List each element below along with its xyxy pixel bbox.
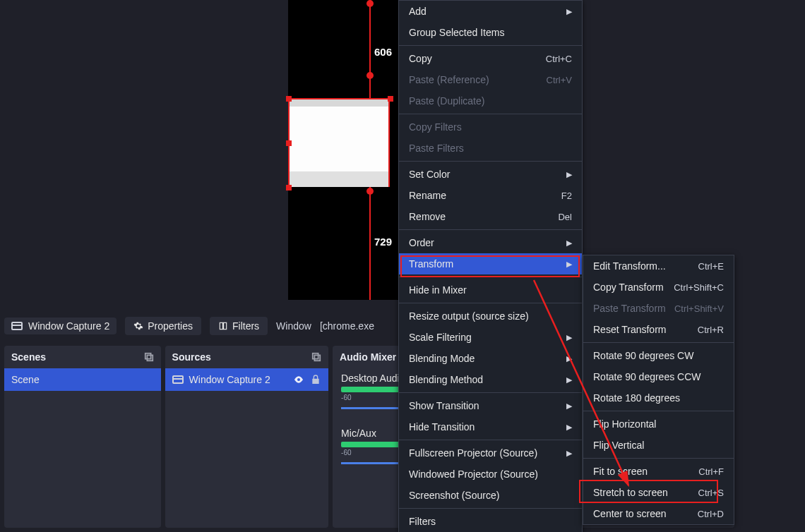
filters-button[interactable]: Filters — [210, 317, 268, 335]
ctx-item-transform[interactable]: Transform▶ — [399, 253, 582, 274]
menu-item-shortcut: Ctrl+S — [698, 488, 724, 498]
ctx-item-set-color[interactable]: Set Color▶ — [399, 164, 582, 185]
ctx-transform-item-rotate-90-degrees-cw[interactable]: Rotate 90 degrees CW — [583, 345, 734, 366]
menu-item-shortcut: Ctrl+V — [547, 75, 572, 85]
ctx-transform-item-flip-vertical[interactable]: Flip Vertical — [583, 435, 734, 456]
context-menu-main[interactable]: Add▶Group Selected ItemsCopyCtrl+CPaste … — [398, 0, 583, 532]
resize-handle[interactable] — [286, 140, 292, 146]
ctx-item-group-selected-items[interactable]: Group Selected Items — [399, 22, 582, 43]
crop-handle[interactable] — [366, 188, 374, 195]
ctx-item-order[interactable]: Order▶ — [399, 232, 582, 253]
menu-item-label: Center to screen — [593, 508, 667, 519]
menu-separator — [399, 114, 582, 114]
menu-item-shortcut: Ctrl+C — [546, 54, 572, 64]
preview-source-window[interactable] — [288, 98, 390, 187]
ctx-item-paste-reference: Paste (Reference)Ctrl+V — [399, 69, 582, 90]
ctx-transform-item-flip-horizontal[interactable]: Flip Horizontal — [583, 413, 734, 435]
menu-separator — [583, 342, 734, 343]
scenes-header: Scenes — [4, 346, 161, 368]
submenu-arrow-icon: ▶ — [566, 375, 572, 385]
ctx-transform-item-rotate-90-degrees-ccw[interactable]: Rotate 90 degrees CCW — [583, 366, 734, 387]
submenu-arrow-icon: ▶ — [566, 354, 572, 363]
ctx-transform-item-fit-to-screen[interactable]: Fit to screenCtrl+F — [583, 461, 734, 482]
menu-item-label: Fullscreen Projector (Source) — [409, 447, 537, 459]
menu-item-label: Add — [409, 6, 427, 17]
window-icon — [172, 375, 184, 384]
menu-separator — [399, 440, 582, 440]
menu-item-label: Blending Method — [409, 374, 483, 385]
menu-item-label: Edit Transform... — [593, 260, 666, 272]
menu-item-label: Copy — [409, 53, 432, 64]
ctx-item-scale-filtering[interactable]: Scale Filtering▶ — [399, 327, 582, 348]
resize-handle[interactable] — [286, 185, 292, 191]
tick: -60 — [341, 394, 351, 401]
sources-title: Sources — [172, 351, 211, 363]
dim-label-top: 606 — [374, 46, 392, 58]
ctx-transform-item-reset-transform[interactable]: Reset TransformCtrl+R — [583, 319, 734, 340]
source-item[interactable]: Window Capture 2 — [165, 368, 329, 391]
menu-item-label: Rotate 90 degrees CCW — [593, 371, 701, 382]
menu-item-label: Reset Transform — [593, 324, 666, 335]
menu-item-label: Paste Filters — [409, 143, 464, 154]
scene-label: Scene — [11, 374, 40, 385]
ctx-item-resize-output-source-size[interactable]: Resize output (source size) — [399, 306, 582, 327]
ctx-transform-item-stretch-to-screen[interactable]: Stretch to screenCtrl+S — [583, 482, 734, 503]
svg-rect-5 — [314, 355, 320, 361]
ctx-item-blending-mode[interactable]: Blending Mode▶ — [399, 348, 582, 369]
ctx-item-hide-transition[interactable]: Hide Transition▶ — [399, 416, 582, 437]
menu-item-label: Transform — [409, 258, 453, 270]
menu-item-label: Hide in Mixer — [409, 284, 467, 296]
ctx-item-filters[interactable]: Filters — [399, 511, 582, 532]
menu-item-label: Screenshot (Source) — [409, 490, 499, 501]
submenu-arrow-icon: ▶ — [566, 238, 572, 248]
menu-item-label: Windowed Projector (Source) — [409, 468, 538, 480]
preview-window-content — [290, 107, 388, 171]
ctx-item-show-transition[interactable]: Show Transition▶ — [399, 395, 582, 416]
popout-icon[interactable] — [311, 352, 321, 362]
submenu-arrow-icon: ▶ — [566, 449, 572, 458]
ctx-transform-item-copy-transform[interactable]: Copy TransformCtrl+Shift+C — [583, 277, 734, 298]
ctx-item-fullscreen-projector-source[interactable]: Fullscreen Projector (Source)▶ — [399, 442, 582, 464]
resize-handle[interactable] — [286, 96, 292, 102]
ctx-item-hide-in-mixer[interactable]: Hide in Mixer — [399, 279, 582, 301]
menu-separator — [399, 277, 582, 277]
properties-button[interactable]: Properties — [125, 317, 201, 335]
ctx-item-screenshot-source[interactable]: Screenshot (Source) — [399, 485, 582, 506]
preview-window-titlebar — [290, 99, 388, 107]
menu-item-label: Copy Filters — [409, 121, 462, 133]
scene-item[interactable]: Scene — [4, 368, 161, 391]
menu-item-label: Filters — [409, 516, 436, 527]
ctx-transform-item-center-to-screen[interactable]: Center to screenCtrl+D — [583, 503, 734, 524]
ctx-item-rename[interactable]: RenameF2 — [399, 185, 582, 206]
menu-item-label: Resize output (source size) — [409, 310, 529, 322]
resize-handle[interactable] — [388, 96, 393, 102]
menu-item-label: Fit to screen — [593, 466, 648, 477]
svg-rect-2 — [145, 353, 150, 359]
ctx-item-add[interactable]: Add▶ — [399, 1, 582, 22]
menu-separator — [399, 161, 582, 162]
window-prop-label: Window — [276, 320, 311, 332]
ctx-transform-item-edit-transform[interactable]: Edit Transform...Ctrl+E — [583, 255, 734, 277]
popout-icon[interactable] — [144, 352, 154, 362]
ctx-item-paste-filters: Paste Filters — [399, 138, 582, 159]
context-menu-transform[interactable]: Edit Transform...Ctrl+ECopy TransformCtr… — [583, 255, 734, 525]
crop-handle[interactable] — [366, 72, 374, 79]
ctx-item-remove[interactable]: RemoveDel — [399, 206, 582, 227]
lock-icon[interactable] — [310, 374, 321, 385]
dim-label-bottom: 729 — [374, 236, 392, 248]
eye-icon[interactable] — [293, 374, 304, 385]
filters-icon — [218, 321, 228, 331]
menu-item-label: Paste Transform — [593, 303, 666, 314]
svg-rect-1 — [224, 322, 227, 329]
ctx-item-copy[interactable]: CopyCtrl+C — [399, 48, 582, 69]
menu-item-label: Blending Mode — [409, 353, 475, 364]
ctx-item-blending-method[interactable]: Blending Method▶ — [399, 369, 582, 390]
menu-item-shortcut: Ctrl+Shift+V — [674, 303, 724, 314]
ctx-transform-item-rotate-180-degrees[interactable]: Rotate 180 degrees — [583, 387, 734, 409]
mixer-title: Audio Mixer — [340, 351, 396, 363]
menu-separator — [399, 508, 582, 509]
ctx-item-windowed-projector-source[interactable]: Windowed Projector (Source) — [399, 464, 582, 485]
menu-item-label: Rotate 180 degrees — [593, 392, 680, 404]
crop-handle[interactable] — [366, 0, 374, 7]
menu-item-label: Show Transition — [409, 400, 479, 411]
